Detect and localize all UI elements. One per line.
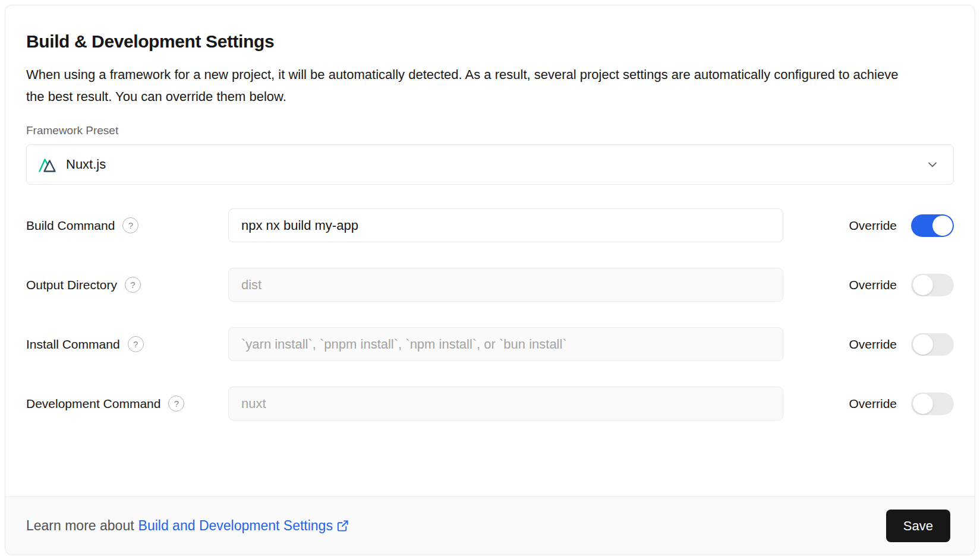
framework-preset-selected: Nuxt.js [39,156,106,173]
learn-more-link-text: Build and Development Settings [138,518,333,534]
development-command-override-toggle[interactable] [911,393,954,415]
toggle-knob [913,275,933,295]
output-directory-label-group: Output Directory ? [26,277,228,293]
output-directory-row: Output Directory ? Override [26,268,954,302]
development-command-label-group: Development Command ? [26,396,228,412]
build-command-override-toggle[interactable] [911,214,954,237]
build-command-input[interactable] [228,208,783,242]
nuxt-logo-icon [39,156,58,173]
development-command-row: Development Command ? Override [26,387,954,420]
override-label: Override [849,219,897,233]
framework-preset-select[interactable]: Nuxt.js [26,144,954,185]
build-command-row: Build Command ? Override [26,208,954,242]
learn-more-prefix: Learn more about [26,518,134,534]
override-label: Override [849,397,897,411]
install-command-row: Install Command ? Override [26,327,954,361]
development-command-override: Override [849,393,954,415]
toggle-knob [932,216,953,236]
build-command-label-group: Build Command ? [26,217,228,233]
save-button[interactable]: Save [886,510,950,542]
output-directory-override-toggle[interactable] [911,274,954,296]
question-mark-circle-icon[interactable]: ? [128,336,144,352]
development-command-label: Development Command [26,397,160,411]
question-mark-circle-icon[interactable]: ? [122,217,138,233]
build-command-override: Override [849,214,954,237]
card-footer: Learn more about Build and Development S… [5,496,975,555]
output-directory-label: Output Directory [26,278,117,292]
framework-preset-value: Nuxt.js [66,157,106,172]
framework-preset-label: Framework Preset [26,124,954,137]
development-command-input[interactable] [228,387,783,420]
card-main: Build & Development Settings When using … [5,5,975,420]
build-command-label: Build Command [26,219,115,233]
settings-rows: Build Command ? Override Output Director… [26,208,954,420]
learn-more-text: Learn more about Build and Development S… [26,518,349,534]
install-command-input[interactable] [228,327,783,361]
install-command-override: Override [849,333,954,356]
install-command-override-toggle[interactable] [911,333,954,356]
external-link-icon [336,519,349,533]
question-mark-circle-icon[interactable]: ? [168,396,184,412]
page-title: Build & Development Settings [26,31,954,52]
override-label: Override [849,278,897,292]
settings-description: When using a framework for a new project… [26,64,903,107]
build-dev-settings-doc-link[interactable]: Build and Development Settings [138,518,349,534]
install-command-label-group: Install Command ? [26,336,228,352]
output-directory-input[interactable] [228,268,783,302]
output-directory-override: Override [849,274,954,296]
toggle-knob [913,334,933,355]
build-dev-settings-card: Build & Development Settings When using … [5,5,975,555]
install-command-label: Install Command [26,337,120,352]
chevron-down-icon [925,157,940,172]
toggle-knob [913,394,933,414]
question-mark-circle-icon[interactable]: ? [125,277,141,293]
override-label: Override [849,337,897,352]
